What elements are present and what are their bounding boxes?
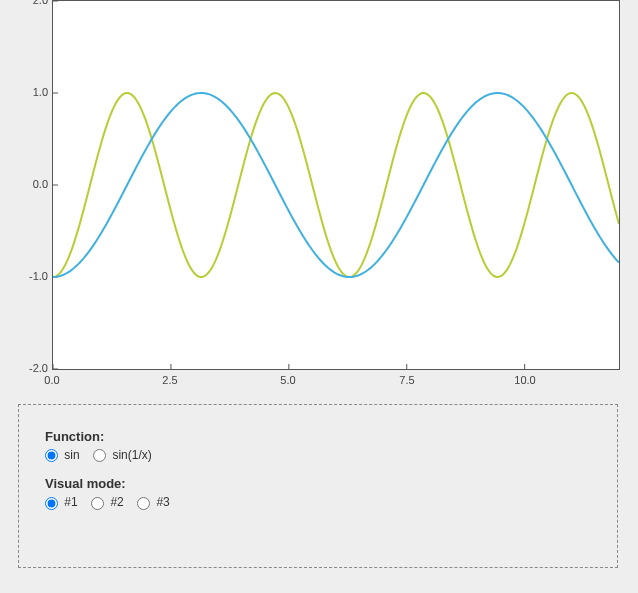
function-label: Function: — [45, 429, 591, 444]
visual-option-label: #3 — [156, 495, 169, 509]
visual-mode-label: Visual mode: — [45, 476, 591, 491]
x-tick-label: 0.0 — [44, 374, 59, 386]
y-tick-label: 0.0 — [18, 178, 48, 190]
function-radio-group: sin sin(1/x) — [45, 448, 591, 462]
x-tick-label: 2.5 — [162, 374, 177, 386]
function-option-label: sin(1/x) — [112, 448, 151, 462]
function-radio-sin1x[interactable] — [93, 449, 106, 462]
visual-option-1[interactable]: #1 — [45, 495, 81, 509]
plot-svg — [53, 1, 619, 369]
chart: 2.0 1.0 0.0 -1.0 -2.0 0.0 2.5 5.0 7.5 10… — [14, 0, 622, 392]
y-tick-label: 1.0 — [18, 86, 48, 98]
visual-radio-3[interactable] — [137, 497, 150, 510]
y-tick-label: -2.0 — [18, 362, 48, 374]
function-option-sin1x[interactable]: sin(1/x) — [93, 448, 152, 462]
plot-area — [52, 0, 620, 370]
visual-radio-1[interactable] — [45, 497, 58, 510]
x-tick-label: 10.0 — [514, 374, 535, 386]
visual-option-label: #1 — [64, 495, 77, 509]
x-tick-label: 7.5 — [399, 374, 414, 386]
y-tick-label: 2.0 — [18, 0, 48, 6]
visual-option-2[interactable]: #2 — [91, 495, 127, 509]
visual-option-3[interactable]: #3 — [137, 495, 170, 509]
visual-radio-group: #1 #2 #3 — [45, 495, 591, 509]
controls-panel: Function: sin sin(1/x) Visual mode: #1 #… — [18, 404, 618, 568]
x-tick-label: 5.0 — [280, 374, 295, 386]
visual-radio-2[interactable] — [91, 497, 104, 510]
function-option-label: sin — [64, 448, 79, 462]
y-tick-label: -1.0 — [18, 270, 48, 282]
visual-option-label: #2 — [110, 495, 123, 509]
function-option-sin[interactable]: sin — [45, 448, 83, 462]
function-radio-sin[interactable] — [45, 449, 58, 462]
